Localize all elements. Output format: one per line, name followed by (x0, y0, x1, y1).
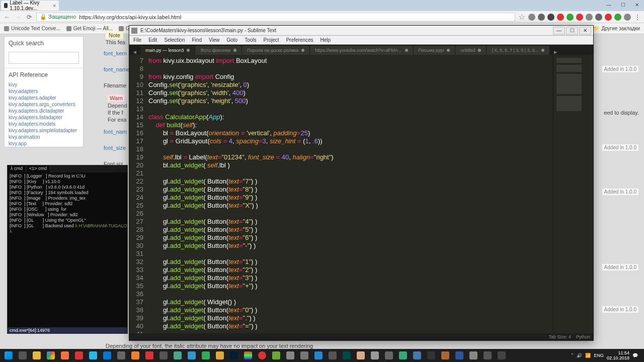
editor-tab[interactable]: untitled (455, 46, 486, 55)
editor-tab[interactable]: Письма pypi (414, 46, 455, 55)
lang-indicator[interactable]: ENG (594, 353, 604, 358)
sublime-button[interactable] (129, 350, 142, 361)
app-button[interactable] (284, 350, 297, 361)
chrome-button[interactable] (44, 350, 57, 361)
app-button[interactable] (382, 350, 395, 361)
reload-button[interactable]: ⟳ (25, 13, 33, 21)
editor-tab[interactable]: main.py — lesson3 (140, 46, 195, 55)
sublime-editor[interactable]: 7891011121314151617181920212223242526272… (129, 55, 593, 334)
system-tray[interactable]: ˄ 🔊 📶 ENG 11:54 02.10.2018 💬 (571, 350, 642, 360)
opera-button[interactable] (72, 350, 86, 361)
ext-icon[interactable] (576, 14, 583, 21)
api-item[interactable]: kivy.adapters.dictadapter (5, 108, 83, 114)
api-item[interactable]: kivy.adapters (5, 88, 83, 95)
ext-icon[interactable] (567, 14, 574, 21)
calc-button[interactable] (495, 350, 508, 361)
ext-icon[interactable] (547, 14, 554, 21)
app-button[interactable] (242, 350, 255, 361)
attr-link[interactable]: font_kern (104, 50, 127, 56)
editor-tab[interactable]: Пароли на доске ролика (242, 46, 309, 55)
menu-find[interactable]: Find (189, 36, 205, 44)
star-icon[interactable]: ☆ (518, 12, 525, 22)
taskview-button[interactable] (16, 350, 29, 361)
app-button[interactable] (270, 350, 283, 361)
maximize-button[interactable]: ☐ (566, 27, 578, 35)
app-button[interactable] (467, 350, 480, 361)
app-button[interactable] (171, 350, 184, 361)
app-button[interactable] (143, 350, 156, 361)
menu-view[interactable]: View (206, 36, 223, 44)
app-button[interactable] (157, 350, 170, 361)
word-button[interactable] (453, 350, 466, 361)
api-item[interactable]: kivy.animation (5, 134, 83, 140)
api-item[interactable]: kivy.adapters.simplelistadapter (5, 127, 83, 134)
menu-project[interactable]: Project (261, 36, 282, 44)
terminal-tab[interactable]: <1> cmd (26, 165, 50, 172)
close-button[interactable]: ✕ (630, 0, 644, 9)
ext-icon[interactable] (538, 14, 545, 21)
attr-link[interactable]: font_name (104, 66, 130, 72)
api-item[interactable]: kivy.adapters.listadapter (5, 114, 83, 121)
tray-icon[interactable]: 📶 (585, 353, 591, 358)
other-bookmarks[interactable]: 📁 Другие закладки (593, 26, 640, 31)
browser-tab[interactable]: Label — Kivy 1.10.1.dev... × (1, 1, 59, 11)
app-button[interactable] (481, 350, 494, 361)
app-button[interactable] (256, 350, 269, 361)
sublime-titlebar[interactable]: E:\CodeMasters\kivy-lessons\lesson3\main… (129, 26, 593, 36)
api-item[interactable]: kivy (5, 81, 83, 88)
app-button[interactable] (425, 350, 438, 361)
tray-chevron-icon[interactable]: ˄ (571, 353, 574, 358)
menu-edit[interactable]: Edit (145, 36, 160, 44)
editor-tab[interactable]: { 6, 5, 8, 7 | 3, 5 | 3, 6... (487, 46, 549, 55)
tray-icon[interactable]: 🔊 (577, 353, 582, 358)
app-button[interactable] (396, 350, 410, 361)
clock[interactable]: 11:54 02.10.2018 (607, 350, 629, 360)
api-item[interactable]: kivy.adapters.adapter (5, 95, 83, 101)
start-button[interactable] (2, 350, 15, 361)
code-area[interactable]: from kivy.uix.boxlayout import BoxLayout… (146, 55, 553, 334)
app-button[interactable] (354, 350, 367, 361)
app-button[interactable] (368, 350, 381, 361)
firefox-button[interactable] (58, 350, 71, 361)
api-item[interactable]: kivy.adapters.args_converters (5, 101, 83, 108)
app-button[interactable] (185, 350, 198, 361)
menu-preferences[interactable]: Preferences (283, 36, 316, 44)
tab-scroll-right-icon[interactable]: ► (550, 49, 561, 55)
ext-icon[interactable] (595, 14, 602, 21)
ext-icon[interactable] (586, 14, 593, 21)
app-button[interactable] (411, 350, 424, 361)
ext-icon[interactable] (557, 14, 564, 21)
menu-file[interactable]: File (130, 36, 144, 44)
app-button[interactable] (312, 350, 325, 361)
attr-link[interactable]: font_size (104, 145, 126, 151)
status-tabsize[interactable]: Tab Size: 4 (548, 334, 571, 339)
tab-scroll-left-icon[interactable]: ◄ (129, 49, 140, 55)
menu-help[interactable]: Help (317, 36, 334, 44)
forward-button[interactable]: → (14, 13, 22, 21)
bookmark-item[interactable]: Unicode Text Conve... (4, 26, 60, 31)
close-button[interactable]: ✕ (579, 27, 591, 35)
menu-icon[interactable]: ⋮ (634, 13, 641, 21)
app-button[interactable] (326, 350, 339, 361)
status-syntax[interactable]: Python (576, 334, 590, 339)
minimize-button[interactable]: — (553, 27, 565, 35)
terminal-tab[interactable]: λ cmd (8, 165, 26, 172)
attr-link[interactable]: font_nam (104, 129, 127, 135)
app-button[interactable] (213, 350, 226, 361)
menu-goto[interactable]: Goto (223, 36, 240, 44)
explorer-button[interactable] (30, 350, 43, 361)
menu-tools[interactable]: Tools (242, 36, 259, 44)
app-button[interactable] (199, 350, 212, 361)
bookmark-item[interactable]: Get Emoji — All... (66, 26, 113, 31)
back-button[interactable]: ← (3, 13, 11, 21)
api-item[interactable]: kivy.adapters.models (5, 121, 83, 127)
ext-icon[interactable] (614, 14, 621, 21)
audition-button[interactable] (340, 350, 353, 361)
ext-icon[interactable] (528, 14, 535, 21)
photoshop-button[interactable] (227, 350, 240, 361)
close-tab-icon[interactable]: × (53, 3, 56, 9)
notifications-icon[interactable]: 💬 (632, 353, 638, 358)
edge-button[interactable] (101, 350, 114, 361)
app-button[interactable] (298, 350, 311, 361)
maximize-button[interactable]: ☐ (616, 0, 630, 9)
